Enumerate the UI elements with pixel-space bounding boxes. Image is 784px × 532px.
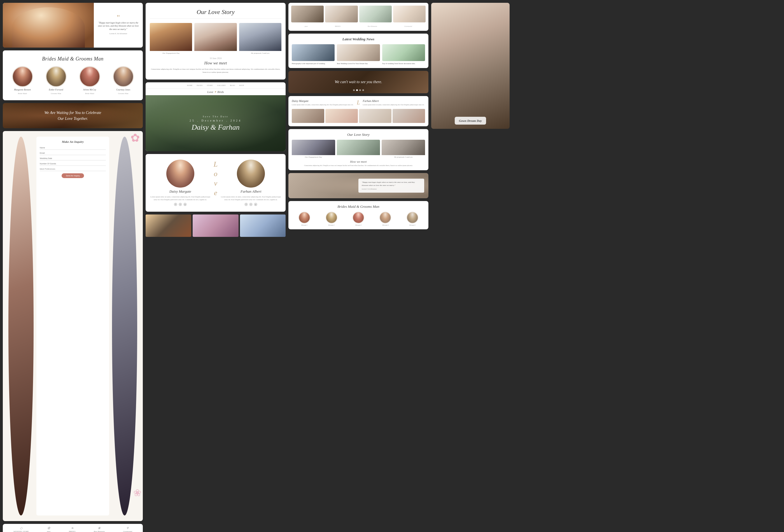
footer-logos: ◇ WEDDING STORE ✿ pure ❧ BRIDES ❀ Best M…: [3, 524, 143, 532]
pd-bride: Daisy Margate Lorem ipsum dolor sit amet…: [292, 100, 354, 106]
submit-inquiry-button[interactable]: Send An Inquiry: [62, 173, 84, 178]
bride-instagram-icon[interactable]: g: [184, 203, 187, 206]
bride-social: f t g: [174, 203, 187, 206]
bride-name: Daisy Margate: [169, 189, 191, 194]
preferences-select[interactable]: Meet Preferences: [40, 167, 106, 171]
ls3-body: How we meet Consectetur adipiscing elit.…: [292, 160, 425, 167]
person-item-3: Arlene McCoy Bride Maid: [74, 66, 105, 95]
nav-home[interactable]: HOME: [187, 85, 193, 86]
quote-mark-icon: ": [117, 16, 120, 20]
pd-photo-3: [359, 109, 391, 123]
gown-card-inner: Gown Dream Day: [431, 3, 510, 129]
pd-divider-letter: L: [357, 100, 360, 106]
groom-name: Farhan Albert: [241, 189, 261, 194]
column-2: Our Love Story Our Engagement Day He pro…: [146, 3, 286, 532]
love-letter-o: o: [214, 169, 218, 179]
nav-gallery[interactable]: GALLERY: [217, 85, 226, 86]
floral-decoration-top: ✿: [131, 133, 140, 144]
bm-name-2: Person 2: [329, 224, 335, 226]
logo-label-3: BRIDES: [69, 530, 76, 532]
strip-nav-best-moments: Best Moments: [368, 26, 377, 27]
quote-sig-col3: Lorem E. & Allonense: [362, 188, 421, 190]
column-1: " "Happy marriages begin when we marry t…: [3, 3, 143, 532]
bm-avatar-2: [326, 212, 337, 223]
nav-rsvp[interactable]: RSVP: [240, 85, 244, 86]
quote-text-col3: "Happy marriages begin when we marry the…: [362, 181, 421, 187]
logo-icon-4: ❀: [94, 526, 105, 530]
bridesmaids-grid: Margarete Bennett Bride Maid Esther Forw…: [7, 66, 139, 95]
dot-2: [356, 89, 358, 91]
name-input[interactable]: [40, 146, 106, 150]
lovebirds-card: HOME PAGES STORY GALLERY BLOG RSVP Love …: [146, 82, 286, 151]
person-item-2: Esther Forward Grooms Man: [40, 66, 72, 95]
bride-profile: Daisy Margate Lorem ipsum dolor sit amet…: [150, 160, 211, 206]
person-item-1: Margarete Bennett Bride Maid: [7, 66, 38, 95]
wedding-date-input[interactable]: [40, 157, 106, 161]
lovebirds-nav: HOME PAGES STORY GALLERY BLOG RSVP: [146, 82, 286, 89]
top-strip-photos: [291, 6, 426, 22]
bm-person-5: Person 5: [400, 212, 425, 226]
nav-story[interactable]: STORY: [207, 85, 213, 86]
footer-logo-3: ❧ BRIDES: [69, 526, 76, 532]
pd-photo-1: [292, 109, 324, 123]
strip-nav-ceremonial: Ceremonial: [404, 26, 412, 27]
love-letter-v: v: [214, 179, 217, 188]
pd-groom-text: Lorem ipsum dolor sit amet, consectetur …: [363, 104, 425, 106]
news-title: Latest Wedding News: [292, 37, 425, 41]
groom-twitter-icon[interactable]: t: [249, 203, 253, 206]
guests-input[interactable]: [40, 162, 106, 166]
groom-facebook-icon[interactable]: f: [245, 203, 248, 206]
bride-twitter-icon[interactable]: t: [179, 203, 182, 206]
strip-nav-brides: BRIDES: [335, 26, 340, 27]
ls3-photo-1: Our Engagement Day: [292, 140, 335, 158]
ls3-caption-1: Our Engagement Day: [292, 156, 335, 158]
love-letter-e: e: [214, 188, 217, 198]
hero-quote-box: " "Happy marriages begin when we marry t…: [94, 3, 143, 48]
bm-name-3: Person 3: [355, 224, 362, 226]
column-3: pure BRIDES Best Moments Ceremonial Late…: [288, 3, 428, 532]
gown-title: Gown Dream Day: [459, 119, 482, 122]
nav-blog[interactable]: BLOG: [230, 85, 235, 86]
love-divider: L o v e: [214, 160, 218, 197]
email-input[interactable]: [40, 151, 106, 155]
groom-profile: Farhan Albert Lorem ipsum dolor sit amet…: [220, 160, 281, 206]
ls3-story-title: How we meet: [292, 160, 425, 163]
inquiry-right-photo: [112, 137, 137, 515]
cant-wait-dots: [353, 89, 364, 91]
bm-person-1: Person 1: [292, 212, 317, 226]
top-strip-card: pure BRIDES Best Moments Ceremonial: [288, 3, 428, 31]
love-story-col3-title: Our Love Story: [292, 133, 425, 137]
news-label-3: Top 10 wedding fresh flower decoration i…: [382, 62, 425, 65]
bridesmaids-card: Brides Maid & Grooms Man Margarete Benne…: [3, 50, 143, 100]
story-photo-img-3: [239, 23, 281, 51]
cant-wait-text: We can't wait to see you there.: [335, 80, 382, 84]
news-label-1: Photography is the important part of wed…: [292, 62, 335, 65]
person-name-1: Margarete Bennett: [14, 88, 31, 91]
groom-avatar: [237, 160, 265, 188]
profile-detail-header: Daisy Margate Lorem ipsum dolor sit amet…: [292, 100, 425, 106]
person-role-2: Grooms Man: [51, 92, 61, 95]
story-caption-3: He proposed, I said yes: [239, 52, 281, 54]
save-date-names: Daisy & Farhan: [192, 123, 240, 132]
gallery-strip: [146, 215, 286, 237]
nav-pages[interactable]: PAGES: [197, 85, 203, 86]
couple-profiles: Daisy Margate Lorem ipsum dolor sit amet…: [146, 154, 286, 212]
bride-facebook-icon[interactable]: f: [174, 203, 177, 206]
love-story-card: Our Love Story Our Engagement Day He pro…: [146, 3, 286, 80]
bm-person-3: Person 3: [346, 212, 371, 226]
bm-name-5: Person 5: [409, 224, 416, 226]
footer-logo-5: ⚜ Ceremonial: [123, 526, 133, 532]
inquiry-form: Make An Inquiry Meet Preferences Send An…: [36, 137, 109, 515]
dot-3: [359, 89, 361, 91]
bm-name-1: Person 1: [301, 224, 307, 226]
love-story-title: Our Love Story: [150, 8, 281, 19]
dot-4: [362, 89, 364, 91]
story-photo-1: Our Engagement Day: [150, 23, 192, 54]
footer-logo-2: ✿ pure: [47, 526, 51, 532]
logo-icon-2: ✿: [47, 526, 51, 530]
ls3-img-1: [292, 140, 335, 155]
hero-quote-text: "Happy marriages begin when we marry the…: [97, 21, 139, 31]
groom-instagram-icon[interactable]: g: [254, 203, 257, 206]
inquiry-form-title: Make An Inquiry: [40, 140, 106, 143]
quote-strip-col3: "Happy marriages begin when we marry the…: [288, 173, 428, 198]
